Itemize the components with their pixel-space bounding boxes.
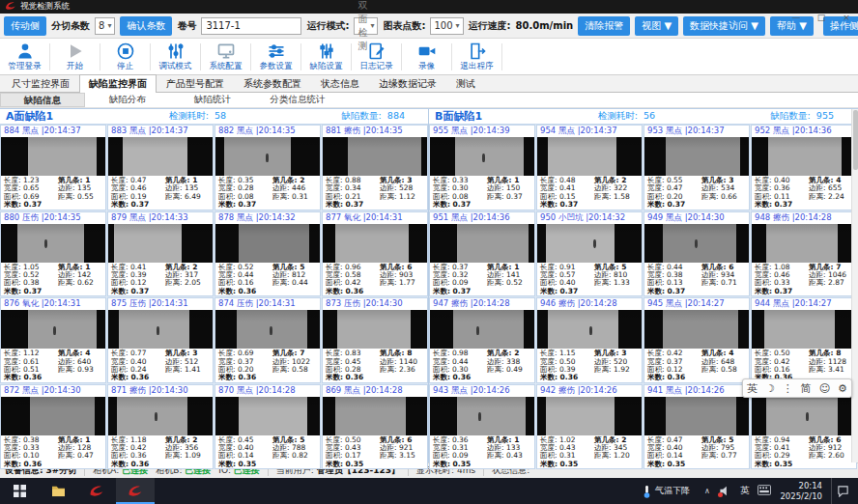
clear-alarm-button[interactable]: 清除报警 bbox=[578, 16, 630, 36]
strip-count-select[interactable]: 8▾ bbox=[95, 17, 115, 35]
main-tab-1[interactable]: 缺陷监控界面 bbox=[79, 74, 157, 93]
data-quick-access-button[interactable]: 数据快捷访问 ▼ bbox=[683, 16, 765, 36]
ime-tools-icon[interactable]: ⋮ bbox=[783, 382, 793, 395]
defect-cell-header: 953 黑点 |20:14:37 bbox=[644, 126, 749, 137]
defect-distance: 距离: 0.58 bbox=[701, 366, 746, 374]
tool-button-0[interactable]: 管理登录 bbox=[2, 41, 47, 72]
defect-cell[interactable]: 884 黑点 |20:14:37 长度: 1.23 宽度: 0.65 面积: 0… bbox=[0, 125, 106, 210]
ime-simplified-toggle[interactable]: 简 bbox=[801, 381, 812, 396]
defect-cell[interactable]: 872 黑点 |20:14:30 长度: 0.38 宽度: 0.33 面积: 0… bbox=[0, 384, 106, 470]
weather-widget[interactable]: 气温下降 bbox=[637, 478, 696, 504]
sub-tab-0[interactable]: 缺陷信息 bbox=[0, 93, 85, 107]
main-tab-3[interactable]: 系统参数配置 bbox=[234, 74, 311, 93]
defect-cell[interactable]: 944 黑点 |20:14:27 长度: 0.50 宽度: 0.42 面积: 0… bbox=[751, 297, 857, 383]
ime-language-indicator[interactable]: 英 bbox=[740, 485, 750, 497]
defect-mark bbox=[478, 412, 481, 421]
clock[interactable]: 20:14 2025/2/10 bbox=[780, 481, 822, 501]
defect-cell[interactable]: 953 黑点 |20:14:37 长度: 0.55 宽度: 0.47 面积: 0… bbox=[644, 125, 750, 210]
defect-cell[interactable]: 871 擦伤 |20:14:30 长度: 1.18 宽度: 0.42 面积: 0… bbox=[107, 384, 214, 470]
maximize-button[interactable]: □ bbox=[815, 13, 827, 22]
chart-points-select[interactable]: 100▾ bbox=[430, 17, 463, 35]
defect-cell[interactable]: 942 擦伤 |20:14:26 长度: 1.02 宽度: 0.43 面积: 0… bbox=[536, 384, 643, 470]
defect-cell[interactable]: 882 黑点 |20:14:35 长度: 0.35 宽度: 0.28 面积: 0… bbox=[214, 125, 321, 210]
sub-tab-1[interactable]: 缺陷分布 bbox=[85, 93, 170, 107]
defect-meters: 米数: 0.37 bbox=[433, 288, 487, 295]
defect-cell[interactable]: 876 氧化 |20:14:31 长度: 1.12 宽度: 0.61 面积: 0… bbox=[0, 297, 106, 383]
defect-cell[interactable]: 941 黑点 |20:14:26 长度: 0.47 宽度: 0.40 面积: 0… bbox=[644, 384, 750, 470]
main-tab-4[interactable]: 状态信息 bbox=[311, 74, 369, 93]
tool-button-4[interactable]: 系统配置 bbox=[203, 41, 248, 72]
defect-cell[interactable]: 949 黑点 |20:14:30 长度: 0.44 宽度: 0.38 面积: 0… bbox=[644, 211, 750, 297]
defect-cell[interactable]: 878 黑点 |20:14:32 长度: 0.52 宽度: 0.44 面积: 0… bbox=[214, 211, 321, 297]
defect-image bbox=[752, 224, 856, 263]
volume-icon[interactable] bbox=[719, 485, 731, 497]
defect-cell[interactable]: 952 黑点 |20:14:36 长度: 0.40 宽度: 0.36 面积: 0… bbox=[751, 125, 857, 210]
defect-cell[interactable]: 881 擦伤 |20:14:35 长度: 0.88 宽度: 0.34 面积: 0… bbox=[322, 125, 428, 210]
tool-button-7[interactable]: 日志记录 bbox=[354, 41, 399, 72]
defect-cell[interactable]: 946 擦伤 |20:14:28 长度: 1.15 宽度: 0.50 面积: 0… bbox=[536, 297, 643, 383]
defect-cell[interactable]: 955 黑点 |20:14:39 长度: 0.33 宽度: 0.30 面积: 0… bbox=[429, 125, 535, 210]
run-mode-select[interactable]: 双面检测▾ bbox=[354, 17, 378, 35]
roll-number-label: 卷号 bbox=[177, 19, 196, 33]
defect-cell[interactable]: 869 黑点 |20:14:28 长度: 0.50 宽度: 0.43 面积: 0… bbox=[322, 384, 428, 470]
main-tab-6[interactable]: 测试 bbox=[446, 74, 485, 93]
defect-cell[interactable]: 945 黑点 |20:14:27 长度: 0.42 宽度: 0.37 面积: 0… bbox=[644, 297, 750, 383]
sub-tab-2[interactable]: 缺陷统计 bbox=[170, 93, 255, 107]
close-button[interactable]: × bbox=[841, 13, 852, 22]
defect-cell[interactable]: 875 压伤 |20:14:31 长度: 0.77 宽度: 0.40 面积: 0… bbox=[107, 297, 214, 383]
defect-distance: 距离: 2.60 bbox=[809, 452, 853, 460]
scrollbar[interactable] bbox=[851, 109, 858, 462]
ime-emoji-icon[interactable]: ☺ bbox=[819, 382, 830, 395]
defect-cell[interactable]: 877 氧化 |20:14:31 长度: 0.96 宽度: 0.58 面积: 0… bbox=[322, 211, 428, 297]
tool-button-2[interactable]: 停止 bbox=[102, 41, 148, 72]
confirm-strip-button[interactable]: 确认条数 bbox=[120, 16, 172, 36]
drive-side-button[interactable]: 传动侧 bbox=[4, 16, 46, 36]
defect-cell[interactable]: 873 压伤 |20:14:30 长度: 0.83 宽度: 0.45 面积: 0… bbox=[322, 297, 428, 383]
file-explorer-icon[interactable] bbox=[39, 478, 77, 504]
defect-cell-header: 946 擦伤 |20:14:28 bbox=[537, 298, 642, 310]
defect-meters: 米数: 0.35 bbox=[326, 461, 380, 468]
tool-button-1[interactable]: 开始 bbox=[52, 41, 98, 72]
defect-distance: 距离: 0.47 bbox=[58, 452, 102, 460]
defect-cell[interactable]: 883 黑点 |20:14:37 长度: 0.47 宽度: 0.46 面积: 0… bbox=[107, 125, 214, 210]
main-tab-5[interactable]: 边缘数据记录 bbox=[369, 74, 446, 93]
defect-cell[interactable]: 943 黑点 |20:14:26 长度: 0.36 宽度: 0.31 面积: 0… bbox=[429, 384, 535, 470]
defect-image bbox=[644, 224, 749, 263]
minimize-button[interactable]: — bbox=[790, 13, 802, 22]
roll-number-input[interactable] bbox=[201, 17, 301, 35]
defect-cell[interactable]: 948 擦伤 |20:14:28 长度: 1.08 宽度: 0.46 面积: 0… bbox=[751, 211, 857, 297]
ime-moon-icon[interactable]: ☽ bbox=[765, 382, 775, 395]
defect-distance: 距离: 3.15 bbox=[380, 452, 424, 460]
view-menu-button[interactable]: 视图 ▼ bbox=[635, 16, 678, 36]
defect-cell[interactable]: 951 黑点 |20:14:36 长度: 0.37 宽度: 0.32 面积: 0… bbox=[429, 211, 535, 297]
tool-button-6[interactable]: 缺陷设置 bbox=[303, 41, 349, 72]
tool-button-9[interactable]: 退出程序 bbox=[454, 41, 500, 72]
defect-cell[interactable]: 954 黑点 |20:14:37 长度: 0.48 宽度: 0.41 面积: 0… bbox=[536, 125, 643, 210]
scrollbar-thumb[interactable] bbox=[853, 110, 858, 170]
defect-cell[interactable]: 880 压伤 |20:14:35 长度: 1.05 宽度: 0.52 面积: 0… bbox=[0, 211, 106, 297]
defect-cell[interactable]: 879 黑点 |20:14:33 长度: 0.41 宽度: 0.39 面积: 0… bbox=[107, 211, 214, 297]
panel-b-header: B面缺陷1 检测耗时: 56 缺陷数量: 955 bbox=[429, 109, 857, 125]
defect-cell[interactable]: 874 压伤 |20:14:31 长度: 0.69 宽度: 0.37 面积: 0… bbox=[214, 297, 321, 383]
panel-b-elapsed: 检测耗时: 56 bbox=[598, 110, 655, 123]
defect-cell[interactable]: 950 小凹坑 |20:14:32 长度: 0.91 宽度: 0.57 面积: … bbox=[536, 211, 643, 297]
tool-button-8[interactable]: 录像 bbox=[404, 41, 449, 72]
app-icon-inspection-2-active[interactable] bbox=[116, 478, 155, 504]
main-tab-2[interactable]: 产品型号配置 bbox=[157, 74, 234, 93]
ime-lang-toggle[interactable]: 英 bbox=[747, 381, 758, 396]
ime-settings-icon[interactable]: ⚙ bbox=[838, 382, 847, 395]
defect-cell[interactable]: 870 黑点 |20:14:28 长度: 0.45 宽度: 0.40 面积: 0… bbox=[214, 384, 321, 470]
tool-button-3[interactable]: 调试模式 bbox=[153, 41, 198, 72]
defect-mark bbox=[270, 326, 272, 335]
defect-cell[interactable]: 947 擦伤 |20:14:28 长度: 0.98 宽度: 0.44 面积: 0… bbox=[429, 297, 535, 383]
defect-cell-header: 874 压伤 |20:14:31 bbox=[215, 298, 320, 310]
app-icon-inspection-1[interactable] bbox=[77, 478, 116, 504]
tray-expand-chevron-icon[interactable]: ∧ bbox=[704, 487, 710, 495]
start-button[interactable] bbox=[0, 478, 39, 504]
defect-distance: 距离: 0.62 bbox=[58, 279, 102, 287]
main-tab-0[interactable]: 尺寸监控界面 bbox=[2, 74, 79, 93]
sub-tab-3[interactable]: 分类信息统计 bbox=[255, 93, 340, 107]
tool-button-5[interactable]: 参数设置 bbox=[253, 41, 299, 72]
action-center-icon[interactable] bbox=[831, 478, 854, 504]
touch-keyboard-icon[interactable] bbox=[758, 485, 771, 497]
